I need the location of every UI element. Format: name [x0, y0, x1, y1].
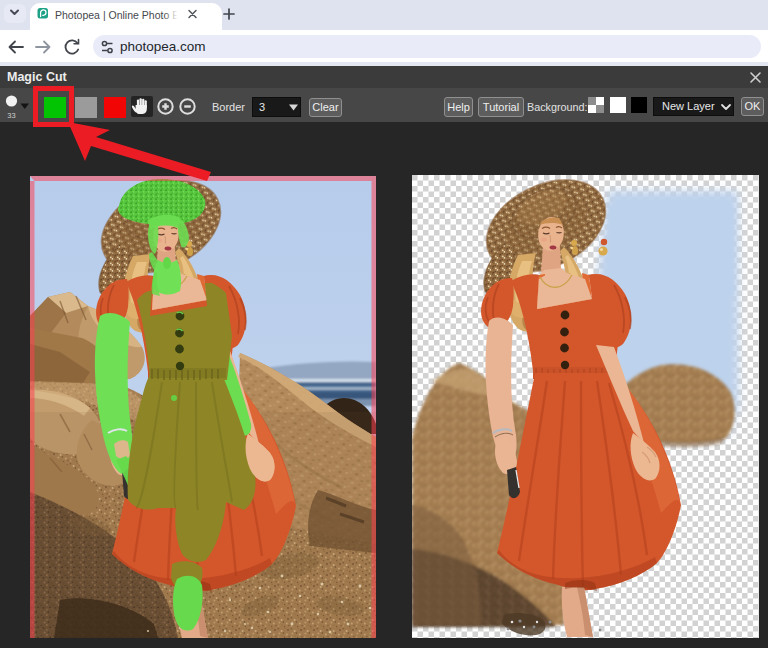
svg-text:33: 33: [7, 111, 15, 120]
